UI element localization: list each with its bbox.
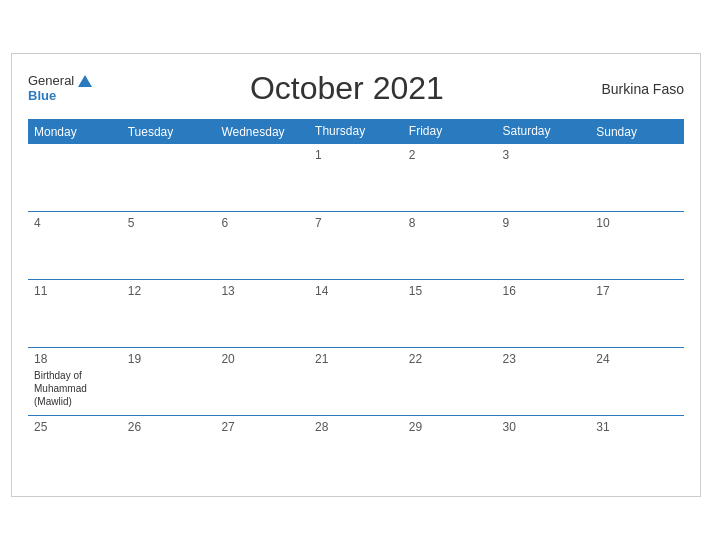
day-number: 1 bbox=[315, 148, 322, 162]
calendar-cell: 27 bbox=[215, 416, 309, 484]
calendar-cell bbox=[122, 144, 216, 212]
header-thursday: Thursday bbox=[309, 119, 403, 144]
calendar-week-row: 25262728293031 bbox=[28, 416, 684, 484]
day-number: 18 bbox=[34, 352, 47, 366]
logo-blue: Blue bbox=[28, 89, 56, 103]
event-label: Birthday of Muhammad (Mawlid) bbox=[34, 369, 116, 408]
calendar-cell bbox=[590, 144, 684, 212]
day-number: 5 bbox=[128, 216, 135, 230]
calendar-cell: 3 bbox=[497, 144, 591, 212]
day-number: 7 bbox=[315, 216, 322, 230]
logo-general: General bbox=[28, 74, 74, 88]
calendar-title: October 2021 bbox=[250, 70, 444, 107]
day-number: 23 bbox=[503, 352, 516, 366]
calendar-cell bbox=[28, 144, 122, 212]
day-number: 19 bbox=[128, 352, 141, 366]
calendar-cell: 17 bbox=[590, 280, 684, 348]
day-number: 11 bbox=[34, 284, 47, 298]
calendar-cell: 15 bbox=[403, 280, 497, 348]
calendar-cell: 28 bbox=[309, 416, 403, 484]
day-number: 30 bbox=[503, 420, 516, 434]
day-number: 12 bbox=[128, 284, 141, 298]
logo-triangle-icon bbox=[78, 75, 92, 87]
header-sunday: Sunday bbox=[590, 119, 684, 144]
calendar-cell: 8 bbox=[403, 212, 497, 280]
calendar-cell: 13 bbox=[215, 280, 309, 348]
calendar-container: General Blue October 2021 Burkina Faso M… bbox=[11, 53, 701, 497]
day-number: 6 bbox=[221, 216, 228, 230]
day-number: 9 bbox=[503, 216, 510, 230]
calendar-cell: 26 bbox=[122, 416, 216, 484]
calendar-cell: 29 bbox=[403, 416, 497, 484]
day-number: 3 bbox=[503, 148, 510, 162]
header-wednesday: Wednesday bbox=[215, 119, 309, 144]
calendar-cell: 5 bbox=[122, 212, 216, 280]
weekday-header-row: Monday Tuesday Wednesday Thursday Friday… bbox=[28, 119, 684, 144]
calendar-cell: 30 bbox=[497, 416, 591, 484]
header-monday: Monday bbox=[28, 119, 122, 144]
day-number: 20 bbox=[221, 352, 234, 366]
calendar-cell: 10 bbox=[590, 212, 684, 280]
calendar-cell: 18Birthday of Muhammad (Mawlid) bbox=[28, 348, 122, 416]
calendar-cell: 4 bbox=[28, 212, 122, 280]
calendar-cell: 22 bbox=[403, 348, 497, 416]
header-saturday: Saturday bbox=[497, 119, 591, 144]
day-number: 10 bbox=[596, 216, 609, 230]
calendar-cell: 16 bbox=[497, 280, 591, 348]
day-number: 8 bbox=[409, 216, 416, 230]
header-friday: Friday bbox=[403, 119, 497, 144]
day-number: 15 bbox=[409, 284, 422, 298]
day-number: 24 bbox=[596, 352, 609, 366]
calendar-week-row: 18Birthday of Muhammad (Mawlid)192021222… bbox=[28, 348, 684, 416]
country-label: Burkina Faso bbox=[602, 81, 684, 97]
day-number: 13 bbox=[221, 284, 234, 298]
header-tuesday: Tuesday bbox=[122, 119, 216, 144]
calendar-cell: 1 bbox=[309, 144, 403, 212]
calendar-cell: 31 bbox=[590, 416, 684, 484]
day-number: 14 bbox=[315, 284, 328, 298]
day-number: 22 bbox=[409, 352, 422, 366]
day-number: 28 bbox=[315, 420, 328, 434]
calendar-week-row: 123 bbox=[28, 144, 684, 212]
day-number: 25 bbox=[34, 420, 47, 434]
calendar-cell: 24 bbox=[590, 348, 684, 416]
calendar-cell: 20 bbox=[215, 348, 309, 416]
day-number: 4 bbox=[34, 216, 41, 230]
calendar-cell: 25 bbox=[28, 416, 122, 484]
calendar-cell: 12 bbox=[122, 280, 216, 348]
day-number: 27 bbox=[221, 420, 234, 434]
calendar-week-row: 45678910 bbox=[28, 212, 684, 280]
calendar-cell: 23 bbox=[497, 348, 591, 416]
logo: General Blue bbox=[28, 74, 92, 103]
calendar-cell: 14 bbox=[309, 280, 403, 348]
day-number: 16 bbox=[503, 284, 516, 298]
day-number: 21 bbox=[315, 352, 328, 366]
day-number: 26 bbox=[128, 420, 141, 434]
calendar-cell: 6 bbox=[215, 212, 309, 280]
calendar-week-row: 11121314151617 bbox=[28, 280, 684, 348]
calendar-cell: 21 bbox=[309, 348, 403, 416]
day-number: 31 bbox=[596, 420, 609, 434]
calendar-cell: 2 bbox=[403, 144, 497, 212]
calendar-grid: Monday Tuesday Wednesday Thursday Friday… bbox=[28, 119, 684, 484]
day-number: 29 bbox=[409, 420, 422, 434]
calendar-cell bbox=[215, 144, 309, 212]
day-number: 17 bbox=[596, 284, 609, 298]
calendar-cell: 11 bbox=[28, 280, 122, 348]
calendar-cell: 9 bbox=[497, 212, 591, 280]
calendar-header: General Blue October 2021 Burkina Faso bbox=[28, 70, 684, 107]
day-number: 2 bbox=[409, 148, 416, 162]
calendar-cell: 19 bbox=[122, 348, 216, 416]
calendar-cell: 7 bbox=[309, 212, 403, 280]
